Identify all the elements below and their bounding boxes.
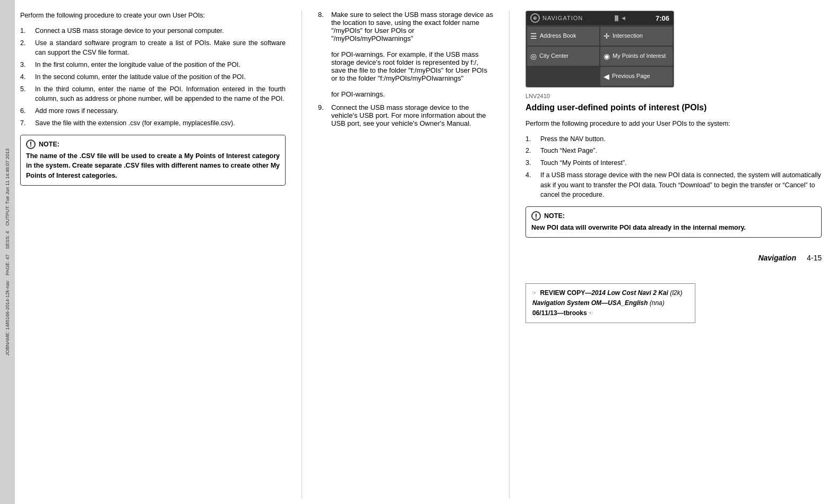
right-note-icon: !: [531, 211, 541, 221]
step-8-num: 8.: [318, 11, 331, 98]
right-section-title: Adding user-defined points of interest (…: [526, 102, 822, 114]
address-book-icon: ☰: [530, 32, 537, 40]
step-9: 9. Connect the USB mass storage device t…: [318, 103, 493, 127]
left-note-label: NOTE:: [39, 141, 59, 148]
right-step-item: 1.Press the NAV button.: [526, 134, 822, 144]
review-date: 06/11/13—tbrooks: [532, 309, 587, 317]
left-step-item: 4.In the second column, enter the latitu…: [20, 72, 286, 82]
right-note-text: New POI data will overwrite POI data alr…: [531, 223, 816, 233]
step-content: Press the NAV button.: [540, 134, 606, 144]
column-separator-2: [509, 11, 510, 499]
step-content: Use a standard software program to creat…: [35, 38, 286, 58]
step-num: 2.: [20, 38, 35, 58]
step-8: 8. Make sure to select the USB mass stor…: [318, 11, 493, 98]
footer-nav-label: Navigation: [758, 254, 796, 262]
step-9-num: 9.: [318, 103, 331, 127]
review-suffix-1: (l2k): [668, 289, 683, 297]
step-num: 7.: [20, 118, 35, 128]
left-step-item: 3.In the first column, enter the longitu…: [20, 60, 286, 70]
left-step-item: 6.Add more rows if necessary.: [20, 106, 286, 116]
review-lang: USA_English: [608, 299, 648, 307]
step-num: 1.: [526, 134, 540, 144]
nav-btn-previous-page[interactable]: ◀ Previous Page: [600, 67, 673, 86]
previous-page-icon: ◀: [604, 72, 609, 81]
right-column: ⊕ NAVIGATION ▐▌ ◀ 7:06 ☰ Address Book: [515, 11, 822, 499]
step-num: 3.: [20, 60, 35, 70]
nav-label: NAVIGATION: [542, 15, 583, 21]
nav-arrow-icon: ◀: [622, 15, 625, 21]
step-num: 4.: [20, 72, 35, 82]
right-steps-list: 1.Press the NAV button.2.Touch “Next Pag…: [526, 134, 822, 201]
step-num: 2.: [526, 146, 540, 156]
nav-status-icons: ▐▌ ◀: [613, 15, 625, 21]
nav-btn-address-book-label: Address Book: [540, 32, 576, 39]
right-note-header: ! NOTE:: [531, 211, 816, 221]
nav-compass-icon: ⊕: [530, 13, 540, 23]
step-content: Touch “My Points of Interest”.: [540, 158, 627, 168]
step-content: In the second column, enter the latitude…: [35, 72, 286, 82]
right-intro: Perform the following procedure to add y…: [526, 119, 822, 129]
nav-btn-address-book[interactable]: ☰ Address Book: [527, 27, 599, 46]
nav-btn-intersection-label: Intersection: [613, 32, 643, 39]
nav-screenshot: ⊕ NAVIGATION ▐▌ ◀ 7:06 ☰ Address Book: [526, 11, 674, 88]
left-steps-list: 1.Connect a USB mass storage device to y…: [20, 26, 286, 128]
note-icon: !: [26, 140, 36, 149]
page-footer: Navigation 4-15: [526, 254, 822, 262]
nav-header: ⊕ NAVIGATION ▐▌ ◀ 7:06: [526, 11, 674, 25]
left-step-item: 2.Use a standard software program to cre…: [20, 38, 286, 58]
my-points-icon: ◉: [604, 52, 610, 60]
review-line-1: ☞ REVIEW COPY—2014 Low Cost Navi 2 Kai (…: [532, 288, 688, 298]
left-step-item: 5.In the third column, enter the name of…: [20, 84, 286, 105]
step-8-text: Make sure to select the USB mass storage…: [331, 11, 493, 98]
right-step-item: 2.Touch “Next Page”.: [526, 146, 822, 156]
nav-btn-previous-page-label: Previous Page: [612, 73, 650, 80]
step-content: In the third column, enter the name of t…: [35, 84, 286, 105]
step-content: Connect a USB mass storage device to you…: [35, 26, 286, 36]
step-num: 5.: [20, 84, 35, 105]
nav-buttons-grid[interactable]: ☰ Address Book ✛ Intersection ◎ City Cen…: [526, 25, 674, 87]
step-num: 1.: [20, 26, 35, 36]
right-step-item: 4.If a USB mass storage device with the …: [526, 170, 822, 200]
nav-signal-icon: ▐▌: [613, 15, 620, 21]
nav-btn-my-points[interactable]: ◉ My Points of Interest: [600, 47, 673, 66]
left-column: Perform the following procedure to creat…: [20, 11, 296, 499]
lnv-label: LNV2410: [526, 93, 822, 99]
review-suffix-2: (nna): [648, 299, 664, 307]
right-note-box: ! NOTE: New POI data will overwrite POI …: [526, 206, 822, 238]
sidebar-metadata: JOBNAME: 1485166-2014-12k-nav PAGE: 47 S…: [4, 149, 11, 356]
review-line-3: 06/11/13—tbrooks ☜: [532, 308, 688, 318]
right-step-item: 3.Touch “My Points of Interest”.: [526, 158, 822, 168]
left-note-text: The name of the .CSV file will be used t…: [26, 151, 280, 181]
review-line-2: Navigation System OM—USA_English (nna): [532, 298, 688, 308]
left-step-item: 7.Save the file with the extension .csv …: [20, 118, 286, 128]
left-intro: Perform the following procedure to creat…: [20, 11, 286, 21]
review-title: 2014 Low Cost Navi 2 Kai: [591, 289, 668, 297]
footer-page-num: 4-15: [807, 254, 822, 262]
nav-btn-my-points-label: My Points of Interest: [613, 53, 666, 59]
nav-btn-city-center-label: City Center: [539, 53, 568, 59]
step-content: Add more rows if necessary.: [35, 106, 286, 116]
nav-btn-intersection[interactable]: ✛ Intersection: [600, 27, 673, 46]
intersection-icon: ✛: [604, 32, 610, 40]
step-content: Touch “Next Page”.: [540, 146, 597, 156]
step-num: 3.: [526, 158, 540, 168]
review-arrow-left: ☞: [532, 289, 540, 297]
step-num: 6.: [20, 106, 35, 116]
step-num: 4.: [526, 170, 540, 200]
left-step-item: 1.Connect a USB mass storage device to y…: [20, 26, 286, 36]
sidebar-strip: JOBNAME: 1485166-2014-12k-nav PAGE: 47 S…: [0, 0, 15, 504]
review-copy-box: ☞ REVIEW COPY—2014 Low Cost Navi 2 Kai (…: [526, 283, 695, 324]
step-content: Save the file with the extension .csv (f…: [35, 118, 286, 128]
city-center-icon: ◎: [530, 52, 537, 60]
middle-column: 8. Make sure to select the USB mass stor…: [307, 11, 504, 499]
left-note-box: ! NOTE: The name of the .CSV file will b…: [20, 135, 286, 186]
step-9-text: Connect the USB mass storage device to t…: [331, 103, 493, 127]
nav-time: 7:06: [656, 14, 669, 22]
step-content: In the first column, enter the longitude…: [35, 60, 286, 70]
right-note-label: NOTE:: [544, 212, 565, 220]
review-arrow-right: ☜: [589, 309, 592, 317]
column-separator-1: [301, 11, 302, 499]
nav-empty-cell: [527, 67, 599, 86]
nav-btn-city-center[interactable]: ◎ City Center: [527, 47, 599, 66]
left-note-header: ! NOTE:: [26, 140, 280, 149]
